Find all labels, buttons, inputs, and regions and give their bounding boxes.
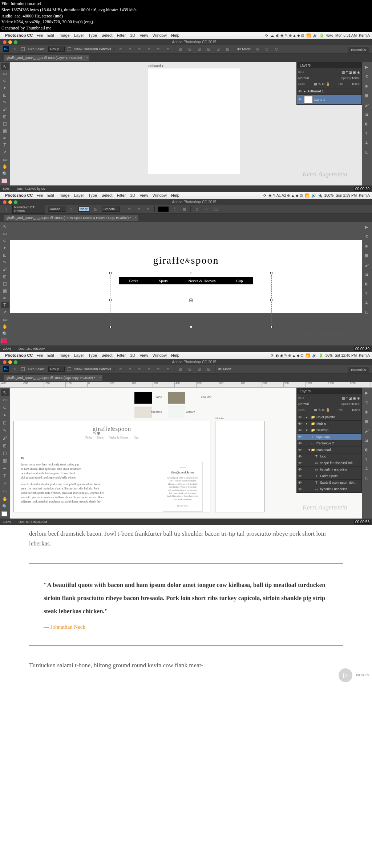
menu-window[interactable]: Window — [153, 33, 167, 37]
sync-icon[interactable]: ⟳ — [265, 33, 268, 37]
menu-layer[interactable]: Layer — [74, 193, 84, 197]
align-left-icon[interactable]: ≡ — [126, 206, 133, 212]
play-icon[interactable]: ▶ — [363, 389, 371, 397]
layers-tab[interactable]: Layers — [297, 62, 361, 68]
visibility-icon[interactable]: 👁 — [298, 435, 303, 439]
autoselect-dropdown[interactable]: Group — [48, 367, 65, 372]
resize-handle[interactable] — [270, 326, 272, 328]
layer-row[interactable]: 👁▸📁Mobile — [297, 421, 361, 427]
zoom-status[interactable]: 200% — [3, 347, 11, 351]
stamp-tool[interactable]: ⊞ — [1, 113, 9, 120]
brushes-icon[interactable]: 🖌 — [363, 101, 371, 109]
align-icon[interactable]: ≡ — [127, 46, 133, 52]
close-icon[interactable]: × — [99, 376, 101, 379]
menu-select[interactable]: Select — [101, 33, 113, 37]
workspace-switcher[interactable]: Essentials — [348, 47, 369, 53]
menu-type[interactable]: Type — [88, 353, 97, 357]
menu-help[interactable]: Help — [171, 33, 179, 37]
distribute-icon[interactable]: ⊞ — [225, 46, 231, 52]
volume-icon[interactable]: 🔊 — [311, 193, 316, 197]
paragraph-icon[interactable]: ¶ — [363, 129, 371, 137]
3d-icon[interactable]: ⊙ — [264, 46, 270, 52]
layer-row[interactable]: 👁Tlogo — [297, 453, 361, 460]
panel-icon[interactable]: ¶ — [363, 289, 371, 297]
hand-tool[interactable]: ✋ — [1, 495, 9, 502]
foreground-swatch[interactable] — [1, 511, 7, 516]
menu-file[interactable]: File — [36, 33, 43, 37]
battery-icon[interactable]: 🔌 — [318, 193, 322, 197]
brush-tool[interactable]: 🖌 — [1, 266, 9, 273]
resize-handle[interactable] — [270, 272, 272, 274]
play-icon[interactable]: ▶ — [363, 63, 371, 71]
panel-icon[interactable]: ◐ — [363, 280, 371, 288]
distribute-icon[interactable]: ⊞ — [196, 46, 203, 52]
menu-select[interactable]: Select — [101, 353, 113, 357]
menu-3d[interactable]: 3D — [130, 193, 135, 197]
menu-filter[interactable]: Filter — [117, 353, 126, 357]
zoom-status[interactable]: 100% — [3, 520, 11, 524]
zoom-tool[interactable]: 🔍 — [1, 331, 9, 337]
align-icon[interactable]: ≡ — [146, 46, 152, 52]
align-icon[interactable]: ≡ — [127, 366, 133, 372]
resize-handle[interactable] — [109, 272, 112, 274]
eyedropper-tool[interactable]: ✎ — [1, 427, 9, 434]
zoom-tool[interactable]: 🔍 — [1, 171, 9, 177]
visibility-icon[interactable]: 👁 — [298, 422, 303, 426]
minimize-window-button[interactable] — [8, 200, 12, 204]
maximize-window-button[interactable] — [14, 360, 17, 364]
fill-value[interactable]: 100% — [352, 408, 360, 412]
panel-icon[interactable]: ¶ — [363, 455, 371, 463]
libraries-icon[interactable]: ⊡ — [363, 148, 371, 156]
sync-icon[interactable]: ⟳ — [263, 193, 266, 197]
move-tool[interactable]: ↖ — [1, 389, 9, 396]
brush-tool[interactable]: 🖌 — [1, 106, 9, 113]
layer-row[interactable]: 👁 Layer 1 — [297, 95, 361, 105]
panel-icon[interactable]: 🖌 — [363, 261, 371, 269]
menu-file[interactable]: File — [36, 193, 43, 197]
volume-icon[interactable]: 🔊 — [312, 353, 316, 357]
distribute-icon[interactable]: ⊞ — [215, 46, 222, 52]
cancel-icon[interactable]: ⊘ — [194, 206, 200, 212]
menu-view[interactable]: View — [140, 353, 148, 357]
align-icon[interactable]: ≡ — [146, 366, 152, 372]
layer-row[interactable]: 👁▭hyperlink underline — [297, 486, 361, 493]
foreground-swatch[interactable] — [1, 339, 7, 343]
crop-tool[interactable]: ⊡ — [1, 92, 9, 99]
menu-image[interactable]: Image — [58, 193, 70, 197]
visibility-icon[interactable]: 👁 — [298, 461, 303, 465]
visibility-icon[interactable]: 👁 — [298, 487, 303, 491]
align-icon[interactable]: ≡ — [117, 366, 124, 372]
crop-tool[interactable]: ⊡ — [1, 419, 9, 426]
aa-dropdown[interactable]: Smooth — [102, 207, 120, 212]
lasso-tool[interactable]: ⊂ — [1, 404, 9, 411]
shape-tool[interactable]: ▭ — [1, 316, 9, 323]
distribute-icon[interactable]: ⊞ — [177, 366, 184, 372]
menu-filter[interactable]: Filter — [117, 33, 126, 37]
distribute-icon[interactable]: ⊞ — [206, 366, 212, 372]
minimize-window-button[interactable] — [8, 40, 12, 44]
menu-view[interactable]: View — [140, 33, 148, 37]
character-icon[interactable]: A — [363, 139, 371, 147]
close-icon[interactable]: × — [86, 56, 88, 59]
panel-icon[interactable]: ◐ — [363, 446, 371, 454]
gradient-tool[interactable]: ▦ — [1, 457, 9, 464]
panel-icon[interactable]: ◉ — [363, 242, 371, 250]
menu-3d[interactable]: 3D — [130, 353, 135, 357]
panel-icon[interactable]: ◪ — [363, 436, 371, 444]
styles-icon[interactable]: ◪ — [363, 111, 371, 119]
layer-row[interactable]: 👁 ▸ Artboard 1 — [297, 88, 361, 95]
blend-dropdown[interactable]: Normal — [298, 76, 341, 80]
menu-help[interactable]: Help — [171, 353, 179, 357]
close-window-button[interactable] — [3, 360, 7, 364]
visibility-icon[interactable]: 👁 — [298, 448, 303, 452]
panel-icon[interactable]: ⊡ — [363, 308, 371, 316]
blend-dropdown[interactable]: Normal — [298, 402, 341, 406]
visibility-icon[interactable]: 👁 — [298, 89, 303, 93]
sync-icon[interactable]: ⟳ — [271, 353, 274, 357]
layer-row[interactable]: 👁▭Rectangle 2 — [297, 440, 361, 447]
visibility-icon[interactable]: 👁 — [298, 481, 303, 485]
marquee-tool[interactable]: ▭ — [1, 397, 9, 404]
stamp-tool[interactable]: ⊞ — [1, 442, 9, 449]
document-tab[interactable]: giraffe_and_spoon_A_01.psd @ 200% (Forks… — [4, 215, 138, 221]
path-tool[interactable]: ↗ — [1, 149, 9, 156]
